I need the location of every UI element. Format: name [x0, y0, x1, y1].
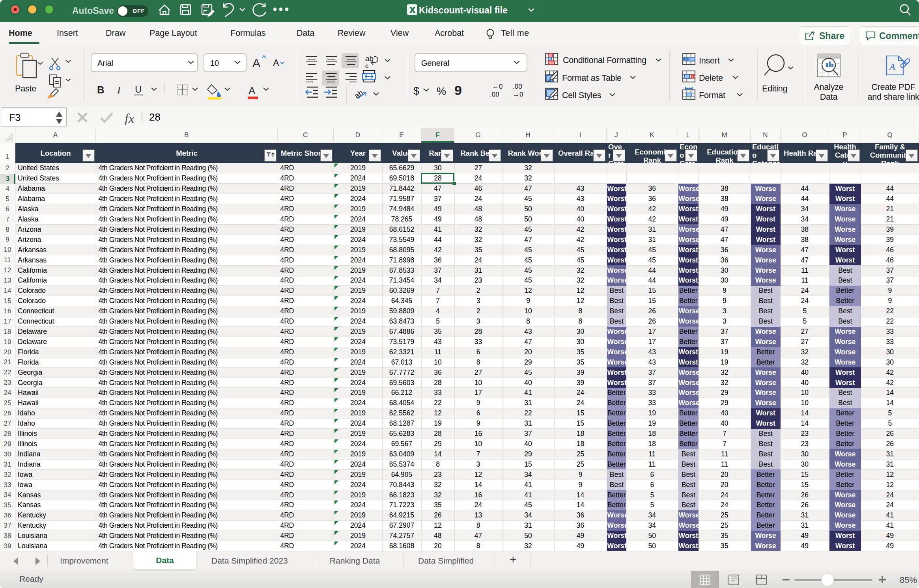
svg-text:B: B: [97, 84, 105, 96]
svg-text:U: U: [135, 84, 142, 95]
svg-text:General: General: [421, 59, 449, 67]
svg-text:A: A: [248, 85, 256, 97]
svg-text:A: A: [273, 58, 279, 68]
svg-text:A: A: [252, 56, 260, 69]
svg-text:I: I: [117, 84, 121, 96]
svg-text:85%: 85%: [900, 575, 917, 585]
svg-text:10: 10: [210, 59, 219, 67]
svg-text:Arial: Arial: [97, 59, 113, 67]
svg-text:9: 9: [454, 83, 462, 98]
svg-text:c: c: [365, 63, 368, 69]
svg-text:.00: .00: [513, 83, 522, 90]
svg-text:fx: fx: [125, 111, 134, 125]
svg-text:←0: ←0: [492, 83, 502, 90]
svg-text:%: %: [437, 86, 446, 97]
svg-text:A: A: [889, 61, 895, 72]
svg-text:→0: →0: [513, 91, 523, 98]
svg-text:.00: .00: [490, 91, 499, 98]
svg-text:$: $: [413, 85, 419, 97]
